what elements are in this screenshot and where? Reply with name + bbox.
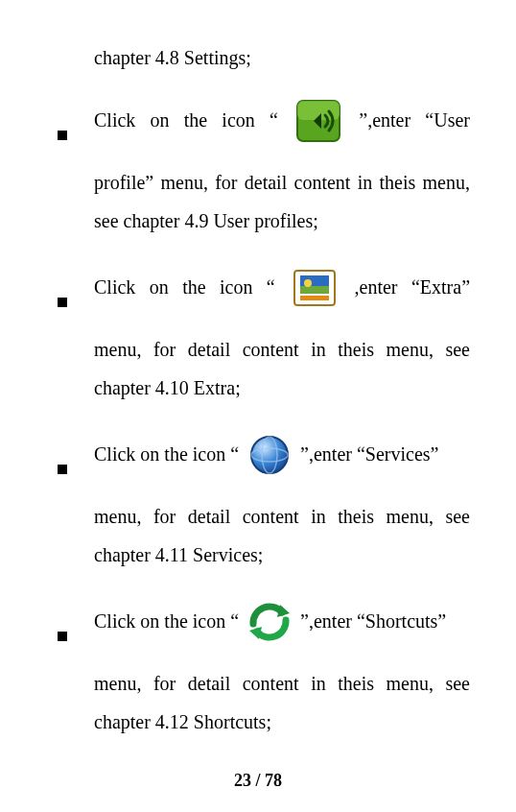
- text-post1: ,enter “Extra”: [355, 276, 470, 298]
- text-pre: Click on the icon “: [94, 109, 278, 131]
- list-item: Click on the icon “ ”,enter “Shortcuts” …: [58, 595, 470, 741]
- extra-icon: [291, 265, 339, 330]
- bullet-list: Click on the icon “ ”,enter “User p: [58, 94, 470, 741]
- item-body: Click on the icon “: [94, 428, 470, 574]
- text-rest: menu, for detail content in theis menu, …: [94, 664, 470, 741]
- svg-point-7: [304, 279, 312, 287]
- text-post1: ”,enter “Shortcuts”: [300, 610, 446, 632]
- text-pre: Click on the icon “: [94, 276, 275, 298]
- list-item: Click on the icon “: [58, 428, 470, 574]
- refresh-icon: [246, 599, 293, 664]
- first-line: Click on the icon “ ”,enter “User: [94, 94, 470, 163]
- first-line: Click on the icon “ ”,enter “Shortcuts”: [94, 595, 470, 664]
- list-item: Click on the icon “ ”,enter “User p: [58, 94, 470, 240]
- text-pre: Click on the icon “: [94, 610, 239, 632]
- item-body: Click on the icon “ ,enter “Extra”: [94, 261, 470, 407]
- svg-rect-6: [300, 286, 329, 294]
- svg-rect-8: [300, 296, 329, 300]
- page-number: 23 / 78: [0, 771, 516, 791]
- text-rest: menu, for detail content in theis menu, …: [94, 497, 470, 574]
- text-rest: menu, for detail content in theis menu, …: [94, 330, 470, 407]
- text-post1: ”,enter “Services”: [300, 443, 438, 465]
- first-line: Click on the icon “: [94, 428, 470, 497]
- item-body: Click on the icon “ ”,enter “User p: [94, 94, 470, 240]
- text-rest: profile” menu, for detail content in the…: [94, 163, 470, 240]
- lead-line: chapter 4.8 Settings;: [94, 38, 470, 77]
- document-page: chapter 4.8 Settings; Click on the icon …: [0, 0, 516, 812]
- globe-icon: [246, 432, 293, 497]
- text-post1: ”,enter “User: [359, 109, 470, 131]
- list-item: Click on the icon “ ,enter “Extra”: [58, 261, 470, 407]
- item-body: Click on the icon “ ”,enter “Shortcuts” …: [94, 595, 470, 741]
- svg-point-9: [251, 437, 288, 473]
- sound-icon: [294, 98, 342, 163]
- first-line: Click on the icon “ ,enter “Extra”: [94, 261, 470, 330]
- text-pre: Click on the icon “: [94, 443, 239, 465]
